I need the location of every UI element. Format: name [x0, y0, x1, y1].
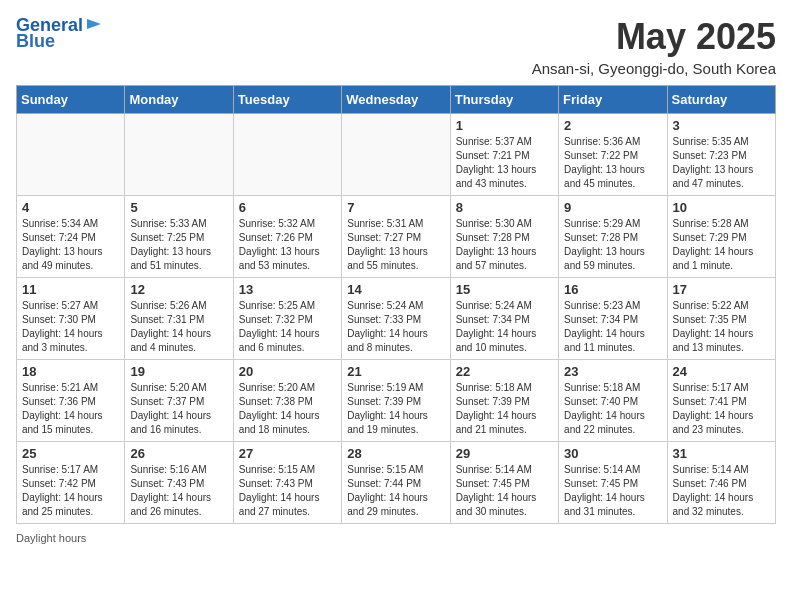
day-info: Sunrise: 5:30 AMSunset: 7:28 PMDaylight:…: [456, 217, 553, 273]
day-info: Sunrise: 5:36 AMSunset: 7:22 PMDaylight:…: [564, 135, 661, 191]
calendar-cell: [17, 114, 125, 196]
day-number: 27: [239, 446, 336, 461]
calendar-header-row: SundayMondayTuesdayWednesdayThursdayFrid…: [17, 86, 776, 114]
calendar-table: SundayMondayTuesdayWednesdayThursdayFrid…: [16, 85, 776, 524]
day-info: Sunrise: 5:24 AMSunset: 7:34 PMDaylight:…: [456, 299, 553, 355]
calendar-cell: 25Sunrise: 5:17 AMSunset: 7:42 PMDayligh…: [17, 442, 125, 524]
day-info: Sunrise: 5:14 AMSunset: 7:45 PMDaylight:…: [456, 463, 553, 519]
day-number: 4: [22, 200, 119, 215]
day-info: Sunrise: 5:25 AMSunset: 7:32 PMDaylight:…: [239, 299, 336, 355]
day-number: 17: [673, 282, 770, 297]
day-number: 31: [673, 446, 770, 461]
day-number: 15: [456, 282, 553, 297]
calendar-cell: 4Sunrise: 5:34 AMSunset: 7:24 PMDaylight…: [17, 196, 125, 278]
svg-marker-0: [87, 19, 101, 29]
calendar-cell: 12Sunrise: 5:26 AMSunset: 7:31 PMDayligh…: [125, 278, 233, 360]
day-number: 8: [456, 200, 553, 215]
day-info: Sunrise: 5:17 AMSunset: 7:41 PMDaylight:…: [673, 381, 770, 437]
calendar-cell: 2Sunrise: 5:36 AMSunset: 7:22 PMDaylight…: [559, 114, 667, 196]
calendar-day-header: Thursday: [450, 86, 558, 114]
day-number: 2: [564, 118, 661, 133]
day-number: 20: [239, 364, 336, 379]
calendar-week-row: 1Sunrise: 5:37 AMSunset: 7:21 PMDaylight…: [17, 114, 776, 196]
day-number: 1: [456, 118, 553, 133]
day-info: Sunrise: 5:20 AMSunset: 7:37 PMDaylight:…: [130, 381, 227, 437]
calendar-day-header: Wednesday: [342, 86, 450, 114]
calendar-cell: 29Sunrise: 5:14 AMSunset: 7:45 PMDayligh…: [450, 442, 558, 524]
calendar-cell: [342, 114, 450, 196]
calendar-week-row: 11Sunrise: 5:27 AMSunset: 7:30 PMDayligh…: [17, 278, 776, 360]
calendar-cell: 14Sunrise: 5:24 AMSunset: 7:33 PMDayligh…: [342, 278, 450, 360]
calendar-cell: [125, 114, 233, 196]
day-number: 22: [456, 364, 553, 379]
day-number: 10: [673, 200, 770, 215]
calendar-day-header: Friday: [559, 86, 667, 114]
day-info: Sunrise: 5:17 AMSunset: 7:42 PMDaylight:…: [22, 463, 119, 519]
day-number: 11: [22, 282, 119, 297]
day-number: 29: [456, 446, 553, 461]
day-info: Sunrise: 5:29 AMSunset: 7:28 PMDaylight:…: [564, 217, 661, 273]
day-number: 25: [22, 446, 119, 461]
day-info: Sunrise: 5:19 AMSunset: 7:39 PMDaylight:…: [347, 381, 444, 437]
day-info: Sunrise: 5:22 AMSunset: 7:35 PMDaylight:…: [673, 299, 770, 355]
day-info: Sunrise: 5:24 AMSunset: 7:33 PMDaylight:…: [347, 299, 444, 355]
day-info: Sunrise: 5:27 AMSunset: 7:30 PMDaylight:…: [22, 299, 119, 355]
calendar-cell: 27Sunrise: 5:15 AMSunset: 7:43 PMDayligh…: [233, 442, 341, 524]
day-number: 14: [347, 282, 444, 297]
day-info: Sunrise: 5:28 AMSunset: 7:29 PMDaylight:…: [673, 217, 770, 273]
calendar-cell: 5Sunrise: 5:33 AMSunset: 7:25 PMDaylight…: [125, 196, 233, 278]
day-info: Sunrise: 5:34 AMSunset: 7:24 PMDaylight:…: [22, 217, 119, 273]
day-info: Sunrise: 5:16 AMSunset: 7:43 PMDaylight:…: [130, 463, 227, 519]
calendar-cell: 16Sunrise: 5:23 AMSunset: 7:34 PMDayligh…: [559, 278, 667, 360]
calendar-cell: 21Sunrise: 5:19 AMSunset: 7:39 PMDayligh…: [342, 360, 450, 442]
calendar-cell: 28Sunrise: 5:15 AMSunset: 7:44 PMDayligh…: [342, 442, 450, 524]
day-info: Sunrise: 5:33 AMSunset: 7:25 PMDaylight:…: [130, 217, 227, 273]
logo: General Blue: [16, 16, 103, 52]
day-number: 16: [564, 282, 661, 297]
calendar-cell: 23Sunrise: 5:18 AMSunset: 7:40 PMDayligh…: [559, 360, 667, 442]
calendar-cell: 7Sunrise: 5:31 AMSunset: 7:27 PMDaylight…: [342, 196, 450, 278]
calendar-week-row: 18Sunrise: 5:21 AMSunset: 7:36 PMDayligh…: [17, 360, 776, 442]
calendar-cell: 10Sunrise: 5:28 AMSunset: 7:29 PMDayligh…: [667, 196, 775, 278]
day-number: 5: [130, 200, 227, 215]
day-info: Sunrise: 5:20 AMSunset: 7:38 PMDaylight:…: [239, 381, 336, 437]
day-number: 12: [130, 282, 227, 297]
title-block: May 2025 Ansan-si, Gyeonggi-do, South Ko…: [532, 16, 776, 77]
calendar-cell: [233, 114, 341, 196]
calendar-cell: 1Sunrise: 5:37 AMSunset: 7:21 PMDaylight…: [450, 114, 558, 196]
day-info: Sunrise: 5:14 AMSunset: 7:45 PMDaylight:…: [564, 463, 661, 519]
day-info: Sunrise: 5:23 AMSunset: 7:34 PMDaylight:…: [564, 299, 661, 355]
calendar-day-header: Sunday: [17, 86, 125, 114]
day-info: Sunrise: 5:32 AMSunset: 7:26 PMDaylight:…: [239, 217, 336, 273]
month-title: May 2025: [532, 16, 776, 58]
calendar-cell: 19Sunrise: 5:20 AMSunset: 7:37 PMDayligh…: [125, 360, 233, 442]
day-number: 26: [130, 446, 227, 461]
calendar-cell: 30Sunrise: 5:14 AMSunset: 7:45 PMDayligh…: [559, 442, 667, 524]
calendar-cell: 13Sunrise: 5:25 AMSunset: 7:32 PMDayligh…: [233, 278, 341, 360]
day-info: Sunrise: 5:21 AMSunset: 7:36 PMDaylight:…: [22, 381, 119, 437]
day-info: Sunrise: 5:15 AMSunset: 7:43 PMDaylight:…: [239, 463, 336, 519]
day-number: 6: [239, 200, 336, 215]
day-number: 9: [564, 200, 661, 215]
calendar-cell: 15Sunrise: 5:24 AMSunset: 7:34 PMDayligh…: [450, 278, 558, 360]
day-number: 13: [239, 282, 336, 297]
day-info: Sunrise: 5:31 AMSunset: 7:27 PMDaylight:…: [347, 217, 444, 273]
page-header: General Blue May 2025 Ansan-si, Gyeonggi…: [16, 16, 776, 77]
calendar-day-header: Tuesday: [233, 86, 341, 114]
calendar-cell: 9Sunrise: 5:29 AMSunset: 7:28 PMDaylight…: [559, 196, 667, 278]
calendar-cell: 24Sunrise: 5:17 AMSunset: 7:41 PMDayligh…: [667, 360, 775, 442]
calendar-cell: 31Sunrise: 5:14 AMSunset: 7:46 PMDayligh…: [667, 442, 775, 524]
day-number: 3: [673, 118, 770, 133]
calendar-cell: 11Sunrise: 5:27 AMSunset: 7:30 PMDayligh…: [17, 278, 125, 360]
calendar-day-header: Monday: [125, 86, 233, 114]
day-number: 21: [347, 364, 444, 379]
location-subtitle: Ansan-si, Gyeonggi-do, South Korea: [532, 60, 776, 77]
day-info: Sunrise: 5:15 AMSunset: 7:44 PMDaylight:…: [347, 463, 444, 519]
day-number: 7: [347, 200, 444, 215]
footer-daylight: Daylight hours: [16, 532, 776, 544]
day-number: 18: [22, 364, 119, 379]
day-info: Sunrise: 5:18 AMSunset: 7:39 PMDaylight:…: [456, 381, 553, 437]
calendar-cell: 22Sunrise: 5:18 AMSunset: 7:39 PMDayligh…: [450, 360, 558, 442]
calendar-day-header: Saturday: [667, 86, 775, 114]
day-number: 30: [564, 446, 661, 461]
